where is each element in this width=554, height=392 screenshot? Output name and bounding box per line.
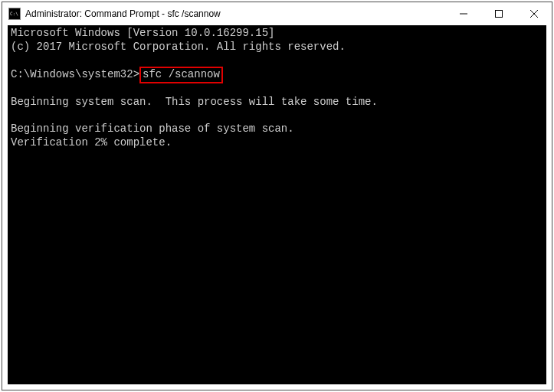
scan-beginning-line: Beginning system scan. This process will… bbox=[11, 96, 543, 109]
highlighted-command: sfc /scannow bbox=[139, 67, 223, 83]
copyright-line: (c) 2017 Microsoft Corporation. All righ… bbox=[11, 41, 543, 54]
app-icon bbox=[8, 8, 21, 20]
minimize-button[interactable] bbox=[446, 2, 481, 25]
maximize-icon bbox=[495, 10, 503, 18]
prompt-line: C:\Windows\system32>sfc /scannow bbox=[11, 68, 543, 82]
verification-phase-line: Beginning verification phase of system s… bbox=[11, 122, 543, 136]
svg-rect-1 bbox=[496, 11, 503, 18]
blank-line bbox=[11, 54, 543, 68]
close-icon bbox=[530, 10, 538, 18]
terminal-output[interactable]: Microsoft Windows [Version 10.0.16299.15… bbox=[8, 25, 546, 384]
blank-line bbox=[11, 82, 543, 96]
minimize-icon bbox=[460, 10, 467, 18]
version-line: Microsoft Windows [Version 10.0.16299.15… bbox=[11, 27, 543, 41]
verification-progress-line: Verification 2% complete. bbox=[11, 136, 543, 150]
prompt-prefix: C:\Windows\system32> bbox=[11, 68, 139, 80]
blank-line bbox=[11, 109, 543, 122]
window-title: Administrator: Command Prompt - sfc /sca… bbox=[25, 8, 446, 19]
window-controls bbox=[446, 2, 552, 25]
titlebar[interactable]: Administrator: Command Prompt - sfc /sca… bbox=[2, 2, 552, 25]
command-prompt-window: Administrator: Command Prompt - sfc /sca… bbox=[2, 2, 552, 390]
close-button[interactable] bbox=[516, 2, 552, 25]
maximize-button[interactable] bbox=[481, 2, 516, 25]
